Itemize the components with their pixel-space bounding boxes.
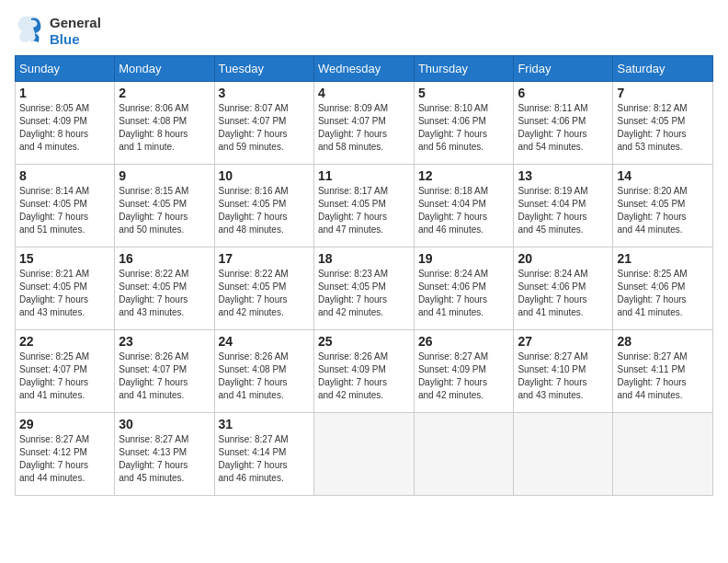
day-info: Sunrise: 8:17 AM Sunset: 4:05 PM Dayligh… <box>318 185 410 236</box>
calendar-cell: 18Sunrise: 8:23 AM Sunset: 4:05 PM Dayli… <box>313 247 414 330</box>
day-number: 22 <box>19 334 110 349</box>
day-info: Sunrise: 8:24 AM Sunset: 4:06 PM Dayligh… <box>418 268 510 319</box>
day-number: 2 <box>119 86 210 100</box>
calendar-cell: 22Sunrise: 8:25 AM Sunset: 4:07 PM Dayli… <box>16 330 115 413</box>
day-number: 11 <box>318 168 410 183</box>
day-number: 29 <box>19 417 110 431</box>
day-info: Sunrise: 8:26 AM Sunset: 4:09 PM Dayligh… <box>318 350 410 402</box>
calendar-cell <box>613 413 713 496</box>
day-number: 21 <box>617 251 709 266</box>
day-number: 28 <box>617 334 709 349</box>
day-info: Sunrise: 8:06 AM Sunset: 4:08 PM Dayligh… <box>119 102 210 154</box>
day-number: 3 <box>219 86 310 100</box>
calendar-cell: 1Sunrise: 8:05 AM Sunset: 4:09 PM Daylig… <box>16 82 115 165</box>
logo-general-text: General <box>50 15 101 30</box>
day-number: 7 <box>617 86 709 100</box>
calendar-cell: 13Sunrise: 8:19 AM Sunset: 4:04 PM Dayli… <box>514 165 613 247</box>
column-header-tuesday: Tuesday <box>214 56 313 82</box>
column-header-sunday: Sunday <box>16 56 115 82</box>
calendar-cell: 12Sunrise: 8:18 AM Sunset: 4:04 PM Dayli… <box>414 165 514 247</box>
logo-bird-icon <box>15 15 44 48</box>
week-row-2: 8Sunrise: 8:14 AM Sunset: 4:05 PM Daylig… <box>16 165 713 247</box>
day-number: 15 <box>19 251 110 266</box>
calendar-cell: 20Sunrise: 8:24 AM Sunset: 4:06 PM Dayli… <box>514 247 613 330</box>
day-info: Sunrise: 8:12 AM Sunset: 4:05 PM Dayligh… <box>617 102 709 154</box>
day-number: 30 <box>119 417 210 431</box>
calendar-cell: 29Sunrise: 8:27 AM Sunset: 4:12 PM Dayli… <box>16 413 115 496</box>
calendar-cell: 15Sunrise: 8:21 AM Sunset: 4:05 PM Dayli… <box>16 247 115 330</box>
calendar-cell: 9Sunrise: 8:15 AM Sunset: 4:05 PM Daylig… <box>115 165 214 247</box>
week-row-1: 1Sunrise: 8:05 AM Sunset: 4:09 PM Daylig… <box>16 82 713 165</box>
day-info: Sunrise: 8:10 AM Sunset: 4:06 PM Dayligh… <box>418 102 510 154</box>
day-number: 20 <box>518 251 609 266</box>
page-header: General Blue <box>15 15 713 48</box>
calendar-cell: 25Sunrise: 8:26 AM Sunset: 4:09 PM Dayli… <box>313 330 414 413</box>
day-number: 12 <box>418 168 510 183</box>
calendar-cell: 21Sunrise: 8:25 AM Sunset: 4:06 PM Dayli… <box>613 247 713 330</box>
calendar-cell: 17Sunrise: 8:22 AM Sunset: 4:05 PM Dayli… <box>214 247 313 330</box>
calendar-header-row: SundayMondayTuesdayWednesdayThursdayFrid… <box>16 56 713 82</box>
column-header-wednesday: Wednesday <box>313 56 414 82</box>
day-info: Sunrise: 8:22 AM Sunset: 4:05 PM Dayligh… <box>119 268 210 319</box>
calendar-cell <box>414 413 514 496</box>
day-number: 19 <box>418 251 510 266</box>
column-header-thursday: Thursday <box>414 56 514 82</box>
day-info: Sunrise: 8:27 AM Sunset: 4:10 PM Dayligh… <box>518 350 609 402</box>
day-info: Sunrise: 8:21 AM Sunset: 4:05 PM Dayligh… <box>19 268 110 319</box>
day-info: Sunrise: 8:22 AM Sunset: 4:05 PM Dayligh… <box>219 268 310 319</box>
day-info: Sunrise: 8:09 AM Sunset: 4:07 PM Dayligh… <box>318 102 410 154</box>
day-number: 13 <box>518 168 609 183</box>
calendar-cell: 23Sunrise: 8:26 AM Sunset: 4:07 PM Dayli… <box>115 330 214 413</box>
day-info: Sunrise: 8:16 AM Sunset: 4:05 PM Dayligh… <box>219 185 310 236</box>
day-info: Sunrise: 8:26 AM Sunset: 4:08 PM Dayligh… <box>219 350 310 402</box>
day-number: 27 <box>518 334 609 349</box>
calendar-cell: 8Sunrise: 8:14 AM Sunset: 4:05 PM Daylig… <box>16 165 115 247</box>
day-number: 8 <box>19 168 110 183</box>
week-row-3: 15Sunrise: 8:21 AM Sunset: 4:05 PM Dayli… <box>16 247 713 330</box>
calendar-cell: 16Sunrise: 8:22 AM Sunset: 4:05 PM Dayli… <box>115 247 214 330</box>
column-header-monday: Monday <box>115 56 214 82</box>
day-number: 1 <box>19 86 110 100</box>
day-info: Sunrise: 8:25 AM Sunset: 4:07 PM Dayligh… <box>19 350 110 402</box>
day-info: Sunrise: 8:07 AM Sunset: 4:07 PM Dayligh… <box>219 102 310 154</box>
calendar-cell <box>514 413 613 496</box>
day-number: 9 <box>119 168 210 183</box>
day-info: Sunrise: 8:27 AM Sunset: 4:14 PM Dayligh… <box>219 433 310 485</box>
calendar-cell: 26Sunrise: 8:27 AM Sunset: 4:09 PM Dayli… <box>414 330 514 413</box>
calendar-cell: 19Sunrise: 8:24 AM Sunset: 4:06 PM Dayli… <box>414 247 514 330</box>
day-info: Sunrise: 8:11 AM Sunset: 4:06 PM Dayligh… <box>518 102 609 154</box>
logo-blue-text: Blue <box>50 31 80 47</box>
day-info: Sunrise: 8:19 AM Sunset: 4:04 PM Dayligh… <box>518 185 609 236</box>
day-number: 26 <box>418 334 510 349</box>
day-info: Sunrise: 8:05 AM Sunset: 4:09 PM Dayligh… <box>19 102 110 154</box>
day-number: 16 <box>119 251 210 266</box>
calendar-cell: 28Sunrise: 8:27 AM Sunset: 4:11 PM Dayli… <box>613 330 713 413</box>
calendar-cell: 7Sunrise: 8:12 AM Sunset: 4:05 PM Daylig… <box>613 82 713 165</box>
calendar-cell: 14Sunrise: 8:20 AM Sunset: 4:05 PM Dayli… <box>613 165 713 247</box>
day-info: Sunrise: 8:27 AM Sunset: 4:13 PM Dayligh… <box>119 433 210 485</box>
day-info: Sunrise: 8:23 AM Sunset: 4:05 PM Dayligh… <box>318 268 410 319</box>
day-number: 10 <box>219 168 310 183</box>
calendar-cell: 10Sunrise: 8:16 AM Sunset: 4:05 PM Dayli… <box>214 165 313 247</box>
day-info: Sunrise: 8:27 AM Sunset: 4:09 PM Dayligh… <box>418 350 510 402</box>
calendar-cell: 5Sunrise: 8:10 AM Sunset: 4:06 PM Daylig… <box>414 82 514 165</box>
day-info: Sunrise: 8:26 AM Sunset: 4:07 PM Dayligh… <box>119 350 210 402</box>
calendar-cell: 6Sunrise: 8:11 AM Sunset: 4:06 PM Daylig… <box>514 82 613 165</box>
calendar-table: SundayMondayTuesdayWednesdayThursdayFrid… <box>15 55 713 496</box>
calendar-cell: 4Sunrise: 8:09 AM Sunset: 4:07 PM Daylig… <box>313 82 414 165</box>
day-number: 24 <box>219 334 310 349</box>
day-number: 4 <box>318 86 410 100</box>
column-header-friday: Friday <box>514 56 613 82</box>
calendar-cell <box>313 413 414 496</box>
calendar-cell: 30Sunrise: 8:27 AM Sunset: 4:13 PM Dayli… <box>115 413 214 496</box>
day-info: Sunrise: 8:24 AM Sunset: 4:06 PM Dayligh… <box>518 268 609 319</box>
day-number: 5 <box>418 86 510 100</box>
day-info: Sunrise: 8:25 AM Sunset: 4:06 PM Dayligh… <box>617 268 709 319</box>
day-info: Sunrise: 8:27 AM Sunset: 4:12 PM Dayligh… <box>19 433 110 485</box>
day-info: Sunrise: 8:18 AM Sunset: 4:04 PM Dayligh… <box>418 185 510 236</box>
day-info: Sunrise: 8:14 AM Sunset: 4:05 PM Dayligh… <box>19 185 110 236</box>
day-number: 14 <box>617 168 709 183</box>
day-number: 23 <box>119 334 210 349</box>
day-number: 17 <box>219 251 310 266</box>
calendar-cell: 27Sunrise: 8:27 AM Sunset: 4:10 PM Dayli… <box>514 330 613 413</box>
